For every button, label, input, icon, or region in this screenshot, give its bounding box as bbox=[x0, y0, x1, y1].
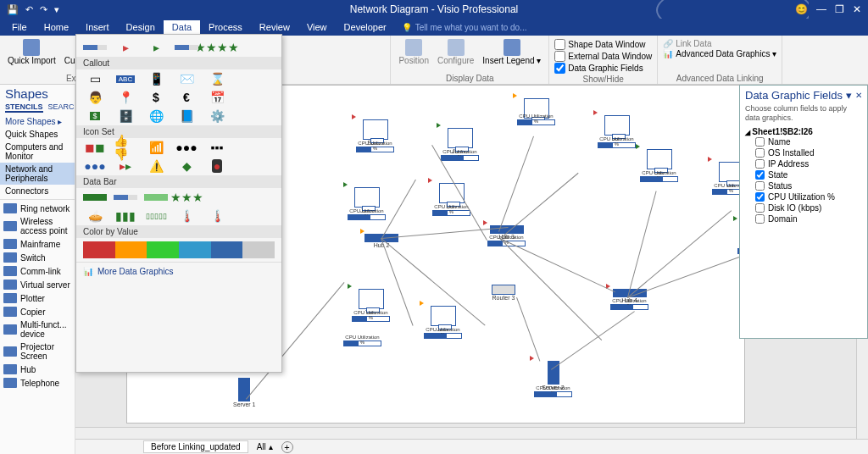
databar-item[interactable]: 🌡️ bbox=[205, 208, 229, 224]
all-sheets-button[interactable]: All ▴ bbox=[257, 442, 273, 451]
databar-item[interactable] bbox=[83, 190, 107, 205]
insert-legend-button[interactable]: Insert Legend ▾ bbox=[480, 37, 543, 68]
field-checkbox-ip-address[interactable]: IP Address bbox=[745, 158, 862, 169]
callout-item[interactable]: ★★★★ bbox=[205, 40, 229, 55]
shapes-tab-stencils[interactable]: STENCILS bbox=[5, 102, 43, 113]
shape-stencil-item[interactable]: Projector Screen bbox=[0, 340, 75, 363]
qat-more[interactable]: ▾ bbox=[54, 4, 59, 15]
color-by-value-item[interactable] bbox=[83, 241, 275, 258]
databar-item[interactable]: ▯▯▯▯▯ bbox=[144, 208, 168, 224]
node-pc-jamie[interactable]: JamieCPU Utilization % bbox=[441, 128, 479, 161]
shape-stencil-item[interactable]: Comm-link bbox=[0, 264, 75, 278]
field-checkbox-name[interactable]: Name bbox=[745, 136, 862, 147]
shapes-tab-search[interactable]: SEARCH bbox=[48, 102, 75, 113]
iconset-item[interactable]: ●●● bbox=[175, 140, 198, 155]
iconset-item[interactable]: ▸▸ bbox=[114, 158, 137, 174]
add-sheet-button[interactable]: + bbox=[281, 441, 293, 453]
node-pc-john[interactable]: JohnCPU Utilization % bbox=[348, 187, 386, 220]
callout-item[interactable]: 🗄️ bbox=[114, 108, 137, 124]
iconset-item[interactable]: ◼◼ bbox=[83, 140, 107, 155]
callout-item[interactable]: ABC bbox=[114, 71, 137, 86]
field-checkbox-cpu-utilization-[interactable]: CPU Utilization % bbox=[745, 191, 862, 202]
callout-item[interactable] bbox=[83, 40, 107, 55]
shape-stencil-item[interactable]: Switch bbox=[0, 251, 75, 264]
databar-item[interactable] bbox=[114, 190, 137, 205]
shape-stencil-item[interactable]: Plotter bbox=[0, 291, 75, 305]
tab-process[interactable]: Process bbox=[200, 20, 251, 34]
callout-item[interactable]: $ bbox=[83, 108, 107, 124]
quick-shapes-category[interactable]: Quick Shapes bbox=[0, 128, 75, 141]
callout-item[interactable]: 🌐 bbox=[144, 108, 168, 124]
iconset-item[interactable]: ◆ bbox=[175, 158, 198, 174]
minimize-button[interactable]: — bbox=[816, 3, 826, 15]
link-data-button[interactable]: 🔗 Link Data bbox=[663, 39, 776, 48]
tab-view[interactable]: View bbox=[298, 20, 336, 34]
position-button[interactable]: Position bbox=[396, 37, 431, 68]
data-source-root[interactable]: Sheet1!$B2:I26 bbox=[745, 127, 862, 136]
shape-stencil-item[interactable]: Multi-funct... device bbox=[0, 318, 75, 340]
tab-data[interactable]: Data bbox=[164, 20, 200, 34]
callout-item[interactable]: 👨 bbox=[83, 90, 107, 105]
callout-item[interactable]: ⌛ bbox=[205, 71, 229, 86]
node-pc-top[interactable]: CPU Utilization % bbox=[517, 98, 555, 125]
horizontal-scrollbar[interactable] bbox=[75, 427, 856, 439]
callout-item[interactable]: $ bbox=[144, 90, 168, 105]
iconset-item[interactable]: ●●● bbox=[83, 158, 107, 174]
callout-item[interactable]: € bbox=[175, 90, 198, 105]
iconset-item[interactable]: 📶 bbox=[144, 140, 168, 155]
databar-item[interactable]: 🌡️ bbox=[175, 208, 198, 224]
node-server-2[interactable]: Server 2CPU Utilization % bbox=[534, 361, 572, 397]
databar-item[interactable]: 🥧 bbox=[83, 208, 107, 224]
node-router-3[interactable]: Router 3 bbox=[492, 285, 515, 301]
field-checkbox-os-installed[interactable]: OS Installed bbox=[745, 147, 862, 158]
advanced-data-graphics-button[interactable]: 📊 Advanced Data Graphics ▾ bbox=[663, 49, 776, 58]
maximize-button[interactable]: ❐ bbox=[835, 3, 844, 15]
more-shapes-link[interactable]: More Shapes ▸ bbox=[0, 115, 75, 128]
databar-item[interactable] bbox=[144, 190, 168, 205]
tab-home[interactable]: Home bbox=[36, 20, 77, 34]
node-pc-ben[interactable]: BenCPU Utilization % bbox=[432, 183, 470, 216]
redo-button[interactable]: ↷ bbox=[40, 4, 47, 15]
node-pc-gail[interactable]: GailCPU Utilization % bbox=[640, 149, 678, 182]
callout-item[interactable]: 📍 bbox=[114, 90, 137, 105]
shape-stencil-item[interactable]: Wireless access point bbox=[0, 215, 75, 237]
node-extra[interactable]: CPU Utilization % bbox=[343, 340, 381, 346]
save-button[interactable]: 💾 bbox=[7, 4, 19, 15]
tab-review[interactable]: Review bbox=[251, 20, 298, 34]
callout-item[interactable]: 📅 bbox=[205, 90, 229, 105]
iconset-item[interactable]: ● bbox=[205, 158, 229, 174]
field-checkbox-status[interactable]: Status bbox=[745, 180, 862, 191]
callout-item[interactable]: ▸ bbox=[144, 40, 168, 55]
callout-item[interactable]: 📱 bbox=[144, 71, 168, 86]
chk-shape-data-window[interactable]: Shape Data Window bbox=[554, 39, 652, 50]
tab-file[interactable]: File bbox=[3, 20, 36, 34]
node-pc-tom[interactable]: TomCPU Utilization % bbox=[352, 289, 390, 322]
configure-button[interactable]: Configure bbox=[435, 37, 476, 68]
iconset-item[interactable]: 👍👎 bbox=[114, 140, 137, 155]
callout-item[interactable]: ▸ bbox=[114, 40, 137, 55]
undo-button[interactable]: ↶ bbox=[25, 4, 33, 15]
callout-item[interactable]: ⚙️ bbox=[205, 108, 229, 124]
databar-item[interactable]: ▮▮▮ bbox=[114, 208, 137, 224]
field-checkbox-disk-io-kbps-[interactable]: Disk IO (kbps) bbox=[745, 202, 862, 213]
iconset-item[interactable]: ⚠️ bbox=[144, 158, 168, 174]
close-button[interactable]: ✕ bbox=[853, 3, 861, 15]
callout-item[interactable]: 📘 bbox=[175, 108, 198, 124]
chk-external-data-window[interactable]: External Data Window bbox=[554, 51, 652, 62]
node-pc-jon[interactable]: JonCPU Utilization % bbox=[598, 115, 636, 148]
shape-stencil-item[interactable]: Virtual server bbox=[0, 278, 75, 291]
node-pc-sarah[interactable]: SarahCPU Utilization % bbox=[356, 119, 394, 152]
tab-developer[interactable]: Developer bbox=[336, 20, 395, 34]
shape-stencil-item[interactable]: Ring network bbox=[0, 202, 75, 215]
shape-stencil-item[interactable]: Mainframe bbox=[0, 237, 75, 251]
field-checkbox-state[interactable]: State bbox=[745, 169, 862, 180]
node-pc-jack[interactable]: JackCPU Utilization % bbox=[424, 306, 462, 339]
rightpanel-close[interactable]: ✕ bbox=[855, 91, 862, 100]
more-data-graphics-link[interactable]: 📊 More Data Graphics bbox=[76, 262, 281, 280]
tab-insert[interactable]: Insert bbox=[77, 20, 118, 34]
sheet-tab[interactable]: Before Linking_updated bbox=[143, 440, 248, 453]
shape-stencil-item[interactable]: Telephone bbox=[0, 376, 75, 390]
network-peripherals-category[interactable]: Network and Peripherals bbox=[0, 163, 75, 185]
shape-stencil-item[interactable]: Copier bbox=[0, 305, 75, 318]
computers-category[interactable]: Computers and Monitor bbox=[0, 141, 75, 163]
